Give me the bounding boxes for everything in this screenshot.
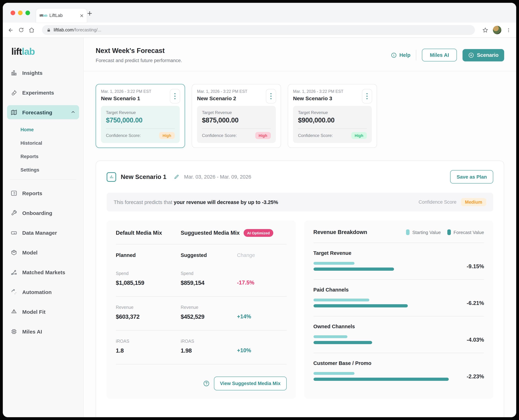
question-circle-icon[interactable] [203, 380, 210, 387]
confidence-label: Confidence Score: [106, 133, 141, 138]
browser-menu-icon[interactable] [506, 27, 511, 33]
plus-circle-icon [468, 52, 474, 58]
screenshot-stage: liftlab LiftLab liftlab.com/forecasting/… [0, 0, 519, 420]
page-subtitle: Forecast and predict future performance. [96, 58, 182, 63]
list-icon [11, 190, 17, 196]
category-label: Paid Channels [313, 287, 484, 292]
legend-label: Starting Value [412, 230, 441, 235]
header-divider [416, 50, 416, 60]
save-as-plan-button[interactable]: Save as Plan [450, 170, 493, 184]
change-value: -17.5% [237, 279, 286, 286]
scenario-detail-card: New Scenario 1 Mar. 03, 2026 - Mar. 09, … [96, 161, 504, 417]
sidebar-item-reports[interactable]: Reports [7, 186, 79, 200]
sidebar-subitem-historical[interactable]: Historical [3, 136, 83, 150]
change-percent: -6.21% [459, 300, 484, 306]
target-revenue-label: Target Revenue [298, 110, 367, 115]
media-mix-panel: Default Media Mix Sugguested Media Mix A… [107, 221, 296, 399]
sidebar-item-label: Experiments [22, 90, 54, 96]
target-revenue-value: $900,000.00 [298, 116, 367, 124]
sidebar-subitem-settings[interactable]: Settings [3, 163, 83, 176]
starting-value-swatch [406, 229, 410, 235]
planned-value: $1,085,159 [116, 279, 181, 286]
sidebar-item-matched-markets[interactable]: Matched Markets [7, 265, 79, 279]
close-window-button[interactable] [11, 11, 15, 15]
app-body: liftlab Insights Experiments Forecasting [3, 38, 516, 417]
sidebar-item-forecasting[interactable]: Forecasting [7, 105, 79, 119]
scenario-card-3[interactable]: Mar. 1, 2026 - 3:22 PM EST New Scenario … [288, 84, 377, 148]
tab-title: LiftLab [49, 13, 79, 18]
new-tab-button[interactable] [87, 11, 92, 16]
breakdown-group-customer-base: Customer Base / Promo -2.23% [313, 353, 484, 389]
back-icon[interactable] [8, 27, 14, 33]
breakdown-group-owned-channels: Owned Channels -4.03% [313, 317, 484, 352]
home-icon[interactable] [29, 27, 35, 33]
scenario-menu-button[interactable] [362, 89, 372, 103]
sidebar-subitem-reports[interactable]: Reports [3, 150, 83, 163]
scenario-menu-button[interactable] [266, 89, 276, 103]
forecast-value-bar [313, 378, 449, 381]
url-text: liftlab.com/forecasting/... [54, 28, 101, 32]
forecast-value-bar [313, 268, 394, 271]
sidebar-item-model[interactable]: Model [7, 245, 79, 259]
help-button[interactable]: Help [391, 52, 410, 58]
lock-icon [47, 28, 51, 32]
forecast-message: This forecast predicts thatyour revenue … [114, 199, 278, 205]
change-value: +14% [237, 313, 286, 320]
zoom-window-button[interactable] [25, 11, 30, 15]
sidebar-item-label: Data Manager [22, 230, 57, 236]
add-scenario-button[interactable]: Scenario [463, 49, 504, 61]
edit-pencil-icon[interactable] [174, 174, 180, 180]
suggested-value: $452,529 [181, 313, 237, 320]
sidebar-divider [10, 179, 76, 180]
chevron-up-icon [71, 110, 75, 115]
info-icon [391, 52, 397, 58]
confidence-score-label: Confidence Score [419, 199, 457, 205]
scenario-menu-button[interactable] [170, 89, 180, 103]
bookmark-star-icon[interactable] [482, 27, 488, 33]
ai-optimized-badge: AI Optimized [244, 229, 273, 237]
sidebar-item-onboarding[interactable]: Onboarding [7, 206, 79, 220]
starting-value-bar [313, 335, 348, 338]
sidebar-subitem-home[interactable]: Home [3, 123, 83, 136]
bar-chart-square-icon [107, 172, 116, 182]
profile-avatar[interactable] [493, 26, 501, 34]
detail-scenario-name: New Scenario 1 [121, 173, 166, 180]
legend-label: Forecast Value [453, 230, 484, 235]
page-title: Next Week's Forecast [96, 47, 182, 55]
minimize-window-button[interactable] [18, 11, 23, 15]
main-area: Next Week's Forecast Forecast and predic… [84, 38, 516, 417]
chart-legend: Starting Value Forecast Value [406, 229, 484, 235]
scenario-revenue-panel: Target Revenue $900,000.00 Confidence Sc… [293, 106, 372, 143]
card-divider [202, 128, 271, 129]
miles-ai-button[interactable]: Miles AI [422, 49, 457, 61]
liftlab-logo: liftlab [3, 44, 83, 66]
media-mix-row-iroas: iROAS 1.8 iROAS 1.98 +10% [116, 331, 286, 364]
box-icon [11, 249, 17, 256]
cone-icon [11, 308, 17, 315]
tab-close-icon[interactable] [80, 14, 83, 17]
sidebar-item-label: Miles AI [22, 328, 42, 334]
reload-icon[interactable] [18, 27, 24, 33]
browser-tab[interactable]: liftlab LiftLab [36, 8, 87, 22]
sidebar-item-label: Model [22, 249, 38, 255]
sidebar-item-miles-ai[interactable]: Miles AI [7, 324, 79, 338]
sidebar-item-model-fit[interactable]: Model Fit [7, 305, 79, 319]
category-label: Owned Channels [313, 324, 484, 329]
sidebar-item-label: Forecasting [22, 109, 52, 115]
scenario-card-2[interactable]: Mar. 1, 2026 - 3:22 PM EST New Scenario … [192, 84, 281, 148]
sidebar-item-automation[interactable]: Automation [7, 285, 79, 299]
target-revenue-value: $750,000.00 [106, 116, 175, 124]
change-percent: -2.23% [459, 373, 484, 380]
scenario-card-1[interactable]: Mar. 1, 2026 - 3:22 PM EST New Scenario … [96, 84, 185, 148]
sidebar-item-label: Model Fit [22, 309, 45, 315]
sidebar-item-label: Reports [22, 190, 42, 196]
url-bar[interactable]: liftlab.com/forecasting/... [42, 25, 475, 35]
media-mix-row-revenue: Revenue $603,372 Revenue $452,529 +14% [116, 297, 286, 330]
vector-nodes-icon [11, 269, 17, 276]
view-suggested-media-mix-button[interactable]: View Suggested Media Mix [214, 377, 286, 390]
sidebar-item-insights[interactable]: Insights [7, 66, 79, 80]
sidebar-item-experiments[interactable]: Experiments [7, 85, 79, 99]
change-percent: -9.15% [459, 263, 484, 270]
sidebar-item-data-manager[interactable]: Data Manager [7, 225, 79, 240]
browser-tab-strip: liftlab LiftLab [3, 3, 516, 22]
